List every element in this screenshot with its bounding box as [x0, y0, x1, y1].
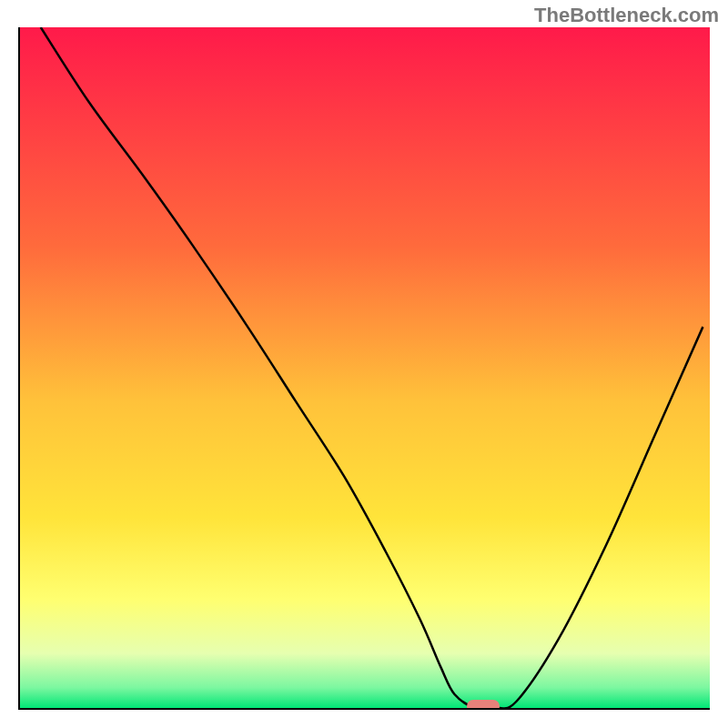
- optimal-marker: [467, 700, 500, 710]
- watermark-text: TheBottleneck.com: [534, 4, 719, 27]
- plot-area: [18, 27, 710, 710]
- curve-line: [20, 27, 710, 708]
- chart-container: TheBottleneck.com: [0, 0, 728, 728]
